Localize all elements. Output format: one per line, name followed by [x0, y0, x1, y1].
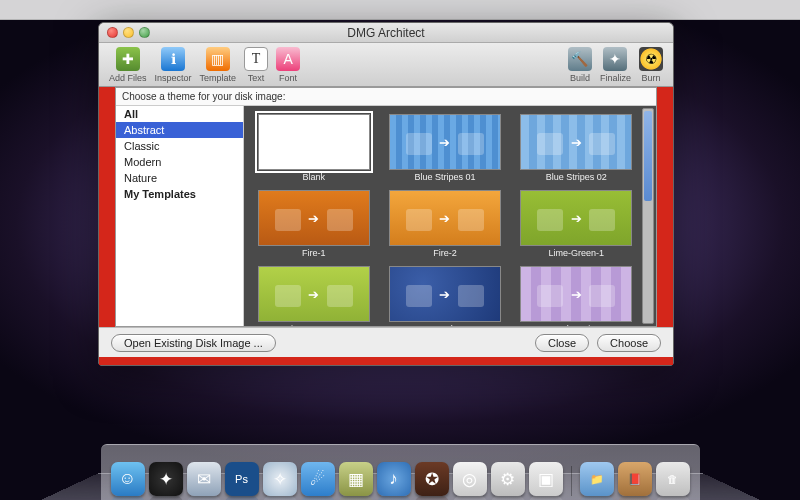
sparkle-icon: ✦: [603, 47, 627, 71]
theme-label: Fire-2: [433, 248, 457, 258]
theme-thumbnail: ➔: [389, 266, 501, 322]
dock-address-book-icon[interactable]: 📕: [618, 462, 652, 496]
dock-photoshop-icon[interactable]: Ps: [225, 462, 259, 496]
theme-chooser-prompt: Choose a theme for your disk image:: [116, 88, 656, 106]
toolbar-label: Burn: [641, 73, 660, 83]
theme-label: Blue Stripes 02: [546, 172, 607, 182]
font-button[interactable]: AFont: [272, 47, 304, 83]
category-modern[interactable]: Modern: [116, 154, 243, 170]
theme-thumbnail: ➔: [258, 266, 370, 322]
window-content: Choose a theme for your disk image: AllA…: [99, 87, 673, 365]
dock-game-icon[interactable]: ✪: [415, 462, 449, 496]
category-nature[interactable]: Nature: [116, 170, 243, 186]
template-button[interactable]: ▥Template: [196, 47, 241, 83]
theme-gallery: Blank➔Blue Stripes 01➔Blue Stripes 02➔Fi…: [244, 106, 656, 326]
theme-label: Lime-Green-2: [286, 324, 342, 326]
category-abstract[interactable]: Abstract: [116, 122, 243, 138]
toolbar-label: Text: [248, 73, 265, 83]
theme-thumbnail: ➔: [520, 114, 632, 170]
template-icon: ▥: [206, 47, 230, 71]
close-button[interactable]: Close: [535, 334, 589, 352]
theme-blank[interactable]: Blank: [252, 114, 375, 182]
theme-blue-stripes-01[interactable]: ➔Blue Stripes 01: [383, 114, 506, 182]
toolbar: ✚Add FilesℹInspector▥TemplateTTextAFont🔨…: [99, 43, 673, 87]
theme-fire-1[interactable]: ➔Fire-1: [252, 190, 375, 258]
dock-ichat-icon[interactable]: ☄: [301, 462, 335, 496]
theme-thumbnail: [258, 114, 370, 170]
plus-icon: ✚: [116, 47, 140, 71]
sheet-footer: Open Existing Disk Image ... Close Choos…: [99, 327, 673, 357]
font-icon: A: [276, 47, 300, 71]
dock-finder-icon[interactable]: ☺: [111, 462, 145, 496]
dock-safari-icon[interactable]: ✧: [263, 462, 297, 496]
theme-thumbnail: ➔: [389, 114, 501, 170]
scrollbar-thumb[interactable]: [644, 111, 652, 201]
dock-dashboard-icon[interactable]: ✦: [149, 462, 183, 496]
dock-divider: [571, 466, 572, 496]
dock-documents-icon[interactable]: 📁: [580, 462, 614, 496]
choose-button[interactable]: Choose: [597, 334, 661, 352]
theme-thumbnail: ➔: [258, 190, 370, 246]
theme-purple-stripes[interactable]: ➔Purple-Stripes: [515, 266, 638, 326]
dock-trash-icon[interactable]: 🗑: [656, 462, 690, 496]
theme-label: Lime-Green-1: [549, 248, 605, 258]
dock-system-preferences-icon[interactable]: ⚙: [491, 462, 525, 496]
info-icon: ℹ: [161, 47, 185, 71]
theme-category-list: AllAbstractClassicModernNatureMy Templat…: [116, 106, 244, 326]
dock-preview-icon[interactable]: ▦: [339, 462, 373, 496]
theme-label: Blank: [302, 172, 325, 182]
hammer-icon: 🔨: [568, 47, 592, 71]
toolbar-label: Add Files: [109, 73, 147, 83]
toolbar-label: Inspector: [155, 73, 192, 83]
build-button[interactable]: 🔨Build: [564, 47, 596, 83]
theme-lime-green-2[interactable]: ➔Lime-Green-2: [252, 266, 375, 326]
menubar[interactable]: [0, 0, 800, 20]
toolbar-label: Finalize: [600, 73, 631, 83]
category-all[interactable]: All: [116, 106, 243, 122]
dock-toast-icon[interactable]: ◎: [453, 462, 487, 496]
dock-itunes-icon[interactable]: ♪: [377, 462, 411, 496]
dock: ☺✦✉Ps✧☄▦♪✪◎⚙▣📁📕🗑: [101, 444, 700, 500]
toolbar-label: Font: [279, 73, 297, 83]
window-title: DMG Architect: [99, 26, 673, 40]
gallery-scrollbar[interactable]: [642, 108, 654, 324]
text-icon: T: [244, 47, 268, 71]
theme-label: Blue Stripes 01: [414, 172, 475, 182]
finalize-button[interactable]: ✦Finalize: [596, 47, 635, 83]
theme-thumbnail: ➔: [520, 266, 632, 322]
app-window: DMG Architect ✚Add FilesℹInspector▥Templ…: [98, 22, 674, 366]
theme-thumbnail: ➔: [520, 190, 632, 246]
radiation-icon: ☢: [639, 47, 663, 71]
theme-thumbnail: ➔: [389, 190, 501, 246]
toolbar-label: Build: [570, 73, 590, 83]
theme-label: Fire-1: [302, 248, 326, 258]
dock-dmg-architect-icon[interactable]: ▣: [529, 462, 563, 496]
theme-fire-2[interactable]: ➔Fire-2: [383, 190, 506, 258]
burn-button[interactable]: ☢Burn: [635, 47, 667, 83]
dock-region: ☺✦✉Ps✧☄▦♪✪◎⚙▣📁📕🗑: [0, 444, 800, 500]
theme-network-01[interactable]: ➔Network 01: [383, 266, 506, 326]
theme-label: Purple-Stripes: [548, 324, 605, 326]
theme-label: Network 01: [422, 324, 468, 326]
category-classic[interactable]: Classic: [116, 138, 243, 154]
theme-chooser-panel: Choose a theme for your disk image: AllA…: [115, 87, 657, 327]
titlebar[interactable]: DMG Architect: [99, 23, 673, 43]
toolbar-label: Template: [200, 73, 237, 83]
theme-blue-stripes-02[interactable]: ➔Blue Stripes 02: [515, 114, 638, 182]
inspector-button[interactable]: ℹInspector: [151, 47, 196, 83]
category-my-templates[interactable]: My Templates: [116, 186, 243, 202]
add-files-button[interactable]: ✚Add Files: [105, 47, 151, 83]
open-existing-button[interactable]: Open Existing Disk Image ...: [111, 334, 276, 352]
dock-mail-icon[interactable]: ✉: [187, 462, 221, 496]
theme-lime-green-1[interactable]: ➔Lime-Green-1: [515, 190, 638, 258]
text-button[interactable]: TText: [240, 47, 272, 83]
